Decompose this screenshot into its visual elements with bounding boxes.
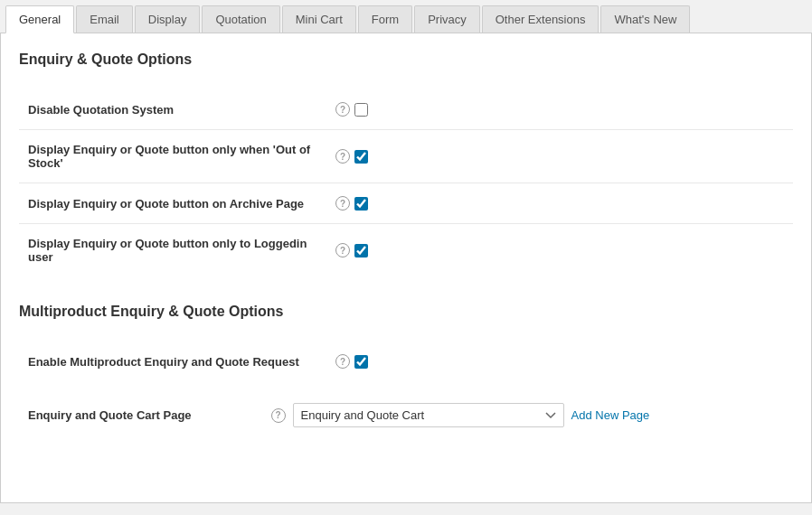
- option-label-disable-quotation: Disable Quotation System: [19, 89, 326, 130]
- checkbox-disable-quotation[interactable]: [354, 103, 368, 117]
- checkbox-display-out-of-stock[interactable]: [354, 150, 368, 164]
- tab-other-extensions[interactable]: Other Extensions: [482, 5, 600, 33]
- option-label-display-loggedin: Display Enquiry or Quote button only to …: [19, 224, 326, 277]
- enquiry-cart-select[interactable]: Enquiry and Quote Cart: [293, 403, 564, 427]
- tab-privacy[interactable]: Privacy: [414, 5, 480, 33]
- option-control-display-loggedin: ?: [326, 224, 793, 277]
- help-icon-enable-multiproduct[interactable]: ?: [335, 354, 350, 369]
- tab-quotation[interactable]: Quotation: [202, 5, 279, 33]
- option-row-display-archive: Display Enquiry or Quote button on Archi…: [19, 183, 793, 224]
- enquiry-cart-row: Enquiry and Quote Cart Page ? Enquiry an…: [19, 390, 793, 440]
- help-icon-disable-quotation[interactable]: ?: [335, 102, 350, 117]
- content-area: Enquiry & Quote Options Disable Quotatio…: [0, 33, 812, 503]
- option-row-display-out-of-stock: Display Enquiry or Quote button only whe…: [19, 130, 793, 183]
- options-table: Disable Quotation System?Display Enquiry…: [19, 89, 793, 276]
- option-control-display-archive: ?: [326, 183, 793, 224]
- tabs-bar: GeneralEmailDisplayQuotationMini CartFor…: [0, 0, 812, 33]
- tab-mini-cart[interactable]: Mini Cart: [282, 5, 356, 33]
- checkbox-display-archive[interactable]: [354, 197, 368, 211]
- help-icon-display-archive[interactable]: ?: [335, 196, 350, 211]
- tab-email[interactable]: Email: [76, 5, 133, 33]
- checkbox-display-loggedin[interactable]: [354, 244, 368, 258]
- option-label-display-out-of-stock: Display Enquiry or Quote button only whe…: [19, 130, 326, 183]
- section-title-enquiry: Enquiry & Quote Options: [19, 52, 793, 75]
- option-row-display-loggedin: Display Enquiry or Quote button only to …: [19, 224, 793, 277]
- option-control-enable-multiproduct: ?: [326, 342, 793, 381]
- enquiry-cart-control: ? Enquiry and Quote Cart Add New Page: [262, 390, 793, 440]
- option-row-enable-multiproduct: Enable Multiproduct Enquiry and Quote Re…: [19, 342, 793, 381]
- tab-form[interactable]: Form: [358, 5, 412, 33]
- help-icon-display-out-of-stock[interactable]: ?: [335, 149, 350, 164]
- option-label-display-archive: Display Enquiry or Quote button on Archi…: [19, 183, 326, 224]
- tab-display[interactable]: Display: [135, 5, 201, 33]
- section-title-multiproduct: Multiproduct Enquiry & Quote Options: [19, 304, 793, 327]
- enquiry-cart-label: Enquiry and Quote Cart Page: [19, 390, 262, 440]
- option-label-enable-multiproduct: Enable Multiproduct Enquiry and Quote Re…: [19, 342, 326, 381]
- help-icon-display-loggedin[interactable]: ?: [335, 243, 350, 258]
- option-control-display-out-of-stock: ?: [326, 130, 793, 183]
- add-new-page-link[interactable]: Add New Page: [571, 408, 650, 422]
- checkbox-enable-multiproduct[interactable]: [354, 355, 368, 369]
- enquiry-cart-table: Enquiry and Quote Cart Page ? Enquiry an…: [19, 390, 793, 440]
- option-control-disable-quotation: ?: [326, 89, 793, 130]
- enquiry-cart-help-icon[interactable]: ?: [271, 408, 286, 423]
- multiproduct-options-table: Enable Multiproduct Enquiry and Quote Re…: [19, 342, 793, 381]
- tab-general[interactable]: General: [5, 5, 74, 33]
- tab-whats-new[interactable]: What's New: [600, 5, 690, 33]
- option-row-disable-quotation: Disable Quotation System?: [19, 89, 793, 130]
